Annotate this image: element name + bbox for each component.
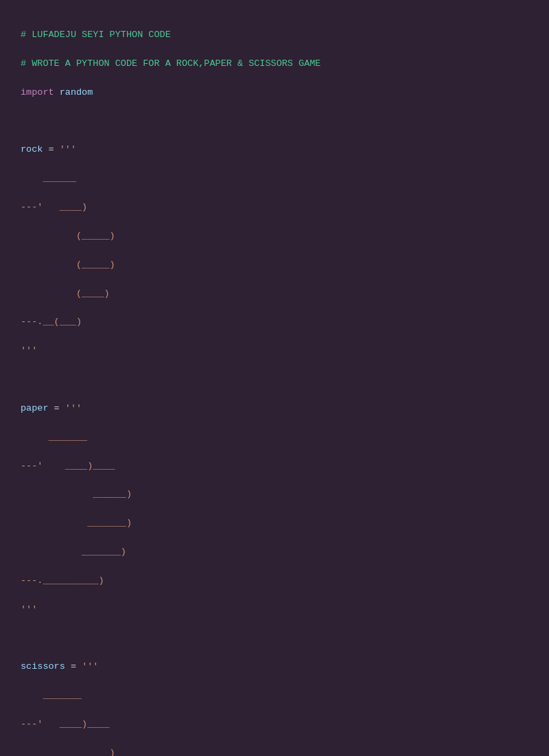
paper-assign: paper = ''' (21, 402, 528, 416)
paper-ascii-6: ---.__________) (21, 574, 528, 588)
paper-ascii-3: ______) (21, 488, 528, 502)
paper-close: ''' (21, 603, 528, 617)
scissors-ascii-3: ______) (21, 746, 528, 756)
rock-ascii-4: (_____) (21, 258, 528, 273)
rock-ascii-5: (____) (21, 287, 528, 301)
blank-2 (21, 373, 528, 387)
paper-ascii-4: _______) (21, 516, 528, 531)
paper-ascii-5: _______) (21, 545, 528, 560)
rock-ascii-6: ---.__(___) (21, 315, 528, 330)
paper-ascii-2: ---' ____)____ (21, 459, 528, 474)
blank-3 (21, 632, 528, 646)
scissors-ascii-1: _______ (21, 689, 528, 703)
rock-assign: rock = ''' (21, 143, 528, 157)
paper-ascii-1: _______ (21, 431, 528, 445)
import-line: import random (21, 86, 528, 100)
code-editor: # LUFADEJU SEYI PYTHON CODE # WROTE A PY… (21, 14, 528, 756)
rock-ascii-2: ---' ____) (21, 201, 528, 215)
comment-line-2: # WROTE A PYTHON CODE FOR A ROCK,PAPER &… (21, 57, 528, 71)
scissors-ascii-2: ---' ____)____ (21, 718, 528, 732)
scissors-assign: scissors = ''' (21, 660, 528, 674)
rock-ascii-3: (_____) (21, 229, 528, 244)
comment-line-1: # LUFADEJU SEYI PYTHON CODE (21, 28, 528, 43)
rock-close: ''' (21, 344, 528, 358)
rock-ascii-1: ______ (21, 172, 528, 186)
blank-1 (21, 114, 528, 128)
